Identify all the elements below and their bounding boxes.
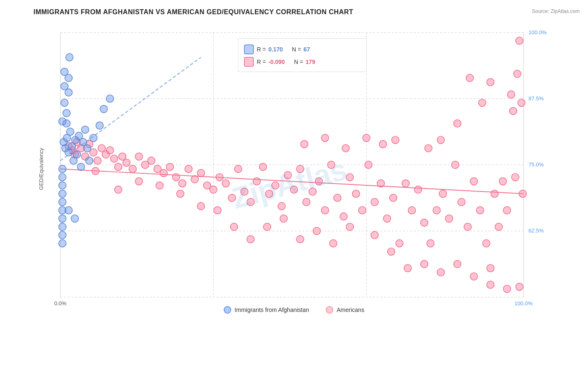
svg-point-24 <box>115 163 122 171</box>
svg-point-127 <box>503 285 511 293</box>
svg-point-142 <box>73 151 81 158</box>
svg-point-121 <box>404 264 412 272</box>
svg-point-93 <box>514 70 521 78</box>
svg-point-170 <box>59 231 66 239</box>
svg-point-163 <box>59 174 66 181</box>
svg-point-114 <box>197 202 205 210</box>
svg-point-146 <box>82 126 89 133</box>
svg-point-86 <box>491 190 499 197</box>
svg-point-41 <box>216 174 223 181</box>
svg-point-32 <box>160 169 168 177</box>
svg-point-130 <box>156 182 164 189</box>
legend-item-americans: Americans <box>326 306 364 314</box>
svg-rect-174 <box>238 39 367 72</box>
svg-point-68 <box>383 215 391 222</box>
svg-point-85 <box>487 264 494 272</box>
svg-point-109 <box>280 215 287 222</box>
legend-n-blue: N = <box>292 46 301 53</box>
legend-dot-immigrants <box>224 306 231 314</box>
scatter-chart: GED/Equivalency 100.0% 87.5% 75.0% 62.5%… <box>33 20 555 318</box>
svg-point-34 <box>172 174 180 181</box>
svg-point-168 <box>59 215 66 222</box>
legend-r-blue-val: 0.170 <box>268 46 283 53</box>
svg-point-89 <box>503 207 511 214</box>
legend-item-immigrants: Immigrants from Afghanistan <box>224 306 309 314</box>
svg-point-122 <box>421 261 428 268</box>
svg-point-36 <box>185 165 192 173</box>
svg-point-165 <box>59 190 66 197</box>
svg-point-173 <box>71 215 79 222</box>
svg-point-124 <box>454 261 461 268</box>
y-label-100: 100.0% <box>529 29 547 36</box>
svg-rect-176 <box>244 57 253 66</box>
svg-point-138 <box>66 128 74 135</box>
legend-r-pink-val: -0.090 <box>268 59 285 65</box>
svg-point-28 <box>135 153 143 160</box>
chart-area: GED/Equivalency 100.0% 87.5% 75.0% 62.5%… <box>33 20 555 318</box>
svg-point-30 <box>148 157 155 164</box>
svg-point-76 <box>433 207 440 214</box>
svg-point-132 <box>115 186 122 194</box>
svg-point-63 <box>352 190 360 197</box>
legend-label-americans: Americans <box>337 307 364 313</box>
svg-point-92 <box>511 174 519 181</box>
svg-point-67 <box>377 180 385 187</box>
svg-point-77 <box>439 190 447 197</box>
y-axis-label: GED/Equivalency <box>38 148 44 190</box>
svg-point-75 <box>427 240 434 247</box>
svg-point-35 <box>179 180 186 187</box>
svg-point-123 <box>437 268 445 276</box>
svg-point-98 <box>478 99 486 107</box>
svg-point-118 <box>346 223 354 231</box>
svg-point-117 <box>330 240 337 247</box>
svg-point-160 <box>61 68 68 76</box>
svg-point-164 <box>59 182 66 189</box>
y-label-875: 87.5% <box>529 95 544 102</box>
chart-title: IMMIGRANTS FROM AFGHANISTAN VS AMERICAN … <box>33 8 555 16</box>
svg-point-70 <box>396 240 403 247</box>
svg-point-82 <box>470 178 478 185</box>
svg-point-78 <box>445 215 453 222</box>
svg-point-88 <box>499 178 506 185</box>
svg-point-87 <box>495 223 503 231</box>
svg-point-48 <box>259 163 267 171</box>
svg-point-99 <box>487 78 494 86</box>
svg-point-148 <box>86 157 93 164</box>
legend-dot-americans <box>326 306 333 314</box>
legend-r-pink: R = <box>257 59 266 65</box>
svg-point-112 <box>230 223 238 231</box>
svg-point-144 <box>77 163 85 171</box>
svg-point-133 <box>92 167 99 175</box>
svg-point-55 <box>303 198 310 206</box>
svg-point-157 <box>66 54 73 61</box>
legend-n-blue-val: 67 <box>304 46 310 53</box>
svg-point-69 <box>389 194 397 202</box>
svg-point-61 <box>340 213 348 220</box>
svg-point-60 <box>334 194 341 202</box>
svg-point-153 <box>63 110 70 117</box>
svg-point-83 <box>476 207 484 214</box>
svg-point-161 <box>59 118 66 125</box>
svg-point-152 <box>106 95 114 102</box>
svg-point-126 <box>487 281 494 289</box>
svg-point-147 <box>84 145 91 152</box>
svg-point-65 <box>365 161 372 169</box>
svg-point-26 <box>123 159 130 166</box>
x-label-100: 100.0% <box>514 300 533 307</box>
svg-point-100 <box>454 120 461 127</box>
svg-point-44 <box>235 165 242 173</box>
svg-point-81 <box>464 223 471 231</box>
svg-point-64 <box>358 207 366 214</box>
svg-point-58 <box>321 207 329 214</box>
svg-point-171 <box>59 240 66 247</box>
svg-point-110 <box>263 223 271 231</box>
svg-point-129 <box>176 190 184 197</box>
svg-point-150 <box>96 122 103 129</box>
svg-point-111 <box>247 235 254 243</box>
svg-point-120 <box>387 248 395 255</box>
svg-point-97 <box>466 74 473 82</box>
svg-point-73 <box>414 186 422 194</box>
legend-r-blue: R = <box>257 46 266 53</box>
svg-point-103 <box>391 136 399 144</box>
svg-point-96 <box>519 190 527 197</box>
